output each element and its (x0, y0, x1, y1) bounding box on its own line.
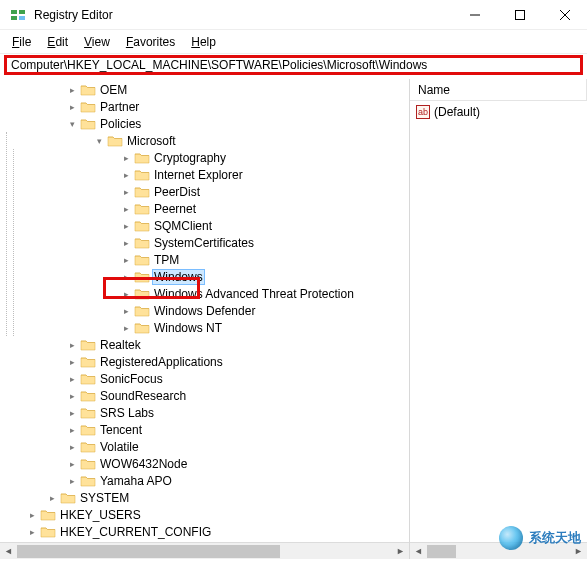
tree-item[interactable]: ▸SYSTEM (0, 489, 409, 506)
chevron-down-icon[interactable]: ▾ (66, 119, 78, 129)
chevron-right-icon[interactable]: ▸ (120, 323, 132, 333)
chevron-right-icon[interactable]: ▸ (120, 255, 132, 265)
tree-item[interactable]: ▸SQMClient (14, 217, 409, 234)
window-title: Registry Editor (34, 8, 452, 22)
tree-item-label: HKEY_USERS (58, 508, 143, 522)
svg-rect-1 (11, 16, 17, 20)
tree-item[interactable]: ▾Policies (0, 115, 409, 132)
address-bar[interactable] (4, 55, 583, 75)
tree-item[interactable]: ▸Volatile (0, 438, 409, 455)
tree-item[interactable]: ▸Windows (14, 268, 409, 285)
folder-icon (134, 287, 150, 301)
chevron-right-icon[interactable]: ▸ (66, 374, 78, 384)
chevron-right-icon[interactable]: ▸ (120, 187, 132, 197)
tree-item[interactable]: ▸SystemCertificates (14, 234, 409, 251)
tree-item[interactable]: ▸Yamaha APO (0, 472, 409, 489)
watermark: 系统天地 (499, 526, 581, 550)
scroll-left-arrow[interactable]: ◄ (0, 543, 17, 560)
tree-item[interactable]: ▾Microsoft (7, 132, 409, 149)
address-input[interactable] (11, 58, 576, 72)
tree-pane[interactable]: ▸OEM▸Partner▾Policies▾Microsoft▸Cryptogr… (0, 79, 410, 559)
tree-item[interactable]: ▸Cryptography (14, 149, 409, 166)
folder-icon (60, 491, 76, 505)
folder-icon (107, 134, 123, 148)
chevron-right-icon[interactable]: ▸ (66, 408, 78, 418)
chevron-right-icon[interactable]: ▸ (66, 357, 78, 367)
title-bar: Registry Editor (0, 0, 587, 30)
values-header[interactable]: Name (410, 79, 587, 101)
chevron-right-icon[interactable]: ▸ (66, 459, 78, 469)
chevron-right-icon[interactable]: ▸ (66, 102, 78, 112)
folder-icon (80, 440, 96, 454)
tree-item-label: TPM (152, 253, 181, 267)
tree-item[interactable]: ▸PeerDist (14, 183, 409, 200)
chevron-right-icon[interactable]: ▸ (120, 204, 132, 214)
menu-file[interactable]: File (4, 33, 39, 51)
tree-item[interactable]: ▸TPM (14, 251, 409, 268)
folder-icon (80, 457, 96, 471)
tree-item[interactable]: ▸Partner (0, 98, 409, 115)
menu-favorites[interactable]: Favorites (118, 33, 183, 51)
folder-icon (80, 83, 96, 97)
scroll-left-arrow[interactable]: ◄ (410, 543, 427, 560)
tree-item-label: Windows (152, 269, 205, 285)
tree-item-label: OEM (98, 83, 129, 97)
menu-help[interactable]: Help (183, 33, 224, 51)
menu-view[interactable]: View (76, 33, 118, 51)
tree-item-label: SoundResearch (98, 389, 188, 403)
tree-item[interactable]: ▸HKEY_USERS (0, 506, 409, 523)
chevron-right-icon[interactable]: ▸ (66, 340, 78, 350)
folder-icon (80, 474, 96, 488)
tree-item[interactable]: ▸WOW6432Node (0, 455, 409, 472)
tree-item[interactable]: ▸SoundResearch (0, 387, 409, 404)
tree-item[interactable]: ▸OEM (0, 81, 409, 98)
values-pane[interactable]: Name ab(Default) ◄ ► (410, 79, 587, 559)
tree-item[interactable]: ▸HKEY_CURRENT_CONFIG (0, 523, 409, 540)
tree-item[interactable]: ▸SRS Labs (0, 404, 409, 421)
chevron-right-icon[interactable]: ▸ (26, 510, 38, 520)
folder-icon (134, 236, 150, 250)
tree-item[interactable]: ▸Windows Advanced Threat Protection (14, 285, 409, 302)
chevron-right-icon[interactable]: ▸ (66, 425, 78, 435)
chevron-right-icon[interactable]: ▸ (120, 221, 132, 231)
chevron-right-icon[interactable]: ▸ (66, 85, 78, 95)
folder-icon (80, 117, 96, 131)
column-name[interactable]: Name (410, 79, 587, 100)
tree-item-label: SystemCertificates (152, 236, 256, 250)
tree-item[interactable]: ▸RegisteredApplications (0, 353, 409, 370)
maximize-button[interactable] (497, 0, 542, 29)
chevron-right-icon[interactable]: ▸ (120, 306, 132, 316)
tree-item[interactable]: ▸SonicFocus (0, 370, 409, 387)
chevron-right-icon[interactable]: ▸ (66, 391, 78, 401)
menu-edit[interactable]: Edit (39, 33, 76, 51)
tree-item-label: SRS Labs (98, 406, 156, 420)
chevron-right-icon[interactable]: ▸ (120, 289, 132, 299)
tree-item[interactable]: ▸Windows NT (14, 319, 409, 336)
tree-item[interactable]: ▸Windows Defender (14, 302, 409, 319)
chevron-right-icon[interactable]: ▸ (66, 442, 78, 452)
chevron-right-icon[interactable]: ▸ (120, 170, 132, 180)
tree-item[interactable]: ▸Tencent (0, 421, 409, 438)
chevron-right-icon[interactable]: ▸ (120, 153, 132, 163)
folder-icon (134, 202, 150, 216)
chevron-right-icon[interactable]: ▸ (46, 493, 58, 503)
tree-item-label: Peernet (152, 202, 198, 216)
folder-icon (80, 100, 96, 114)
folder-icon (134, 321, 150, 335)
folder-icon (80, 338, 96, 352)
minimize-button[interactable] (452, 0, 497, 29)
tree-item[interactable]: ▸Peernet (14, 200, 409, 217)
tree-item-label: SonicFocus (98, 372, 165, 386)
tree-item[interactable]: ▸Realtek (0, 336, 409, 353)
tree-item[interactable]: ▸Internet Explorer (14, 166, 409, 183)
chevron-down-icon[interactable]: ▾ (93, 136, 105, 146)
chevron-right-icon[interactable]: ▸ (120, 238, 132, 248)
close-button[interactable] (542, 0, 587, 29)
folder-icon (134, 253, 150, 267)
chevron-right-icon[interactable]: ▸ (66, 476, 78, 486)
tree-horizontal-scrollbar[interactable]: ◄ ► (0, 542, 409, 559)
scroll-right-arrow[interactable]: ► (392, 543, 409, 560)
chevron-right-icon[interactable]: ▸ (120, 272, 132, 282)
chevron-right-icon[interactable]: ▸ (26, 527, 38, 537)
value-row[interactable]: ab(Default) (410, 103, 587, 121)
